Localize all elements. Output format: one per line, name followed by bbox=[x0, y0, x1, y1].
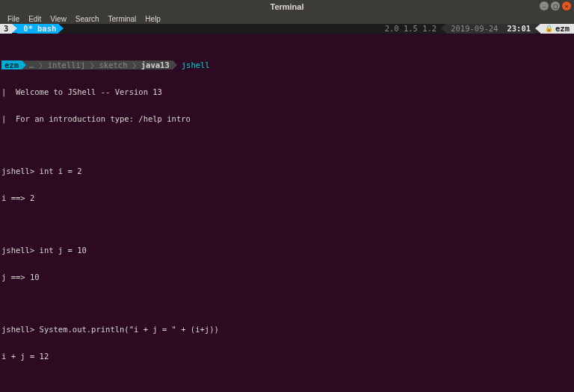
menu-help[interactable]: Help bbox=[141, 15, 165, 23]
output-line: jshell> int j = 10 bbox=[1, 246, 573, 255]
shell-prompt: ezm … ❯ intellij ❯ sketch ❯ java13 jshel… bbox=[1, 60, 573, 69]
prompt-user: ezm bbox=[1, 60, 22, 69]
maximize-button[interactable]: ◻ bbox=[551, 1, 560, 10]
tmux-window-index[interactable]: 0* bbox=[17, 24, 34, 34]
output-line: | Welcome to JShell -- Version 13 bbox=[1, 87, 573, 96]
entered-command: jshell bbox=[177, 60, 210, 69]
blank-line bbox=[1, 220, 573, 228]
window-title: Terminal bbox=[270, 2, 303, 11]
menu-search[interactable]: Search bbox=[71, 15, 104, 23]
blank-line bbox=[1, 141, 573, 149]
tmux-statusbar: 3 0* bash 2.0 1.5 1.2 2019-09-24 23:01 🔒… bbox=[0, 24, 574, 34]
tmux-loadavg: 2.0 1.5 1.2 bbox=[381, 24, 442, 34]
menubar: File Edit View Search Terminal Help bbox=[0, 13, 574, 24]
prompt-path-segment: intellij bbox=[45, 60, 89, 69]
powerline-separator-icon bbox=[441, 24, 446, 33]
output-line: jshell> int i = 2 bbox=[1, 167, 573, 175]
blank-line bbox=[1, 299, 573, 307]
chevron-right-icon: ❯ bbox=[37, 60, 44, 69]
chevron-right-icon: ❯ bbox=[88, 60, 96, 69]
powerline-separator-icon bbox=[58, 24, 64, 33]
tmux-window-name[interactable]: bash bbox=[34, 24, 58, 34]
tmux-host: 🔒ezm bbox=[540, 24, 574, 34]
window-titlebar: Terminal – ◻ × bbox=[0, 0, 574, 13]
prompt-path-segment: sketch bbox=[96, 60, 131, 69]
output-line: jshell> System.out.println("i + j = " + … bbox=[1, 325, 573, 334]
menu-edit[interactable]: Edit bbox=[24, 15, 46, 23]
output-line: i ==> 2 bbox=[1, 193, 573, 202]
output-line: j ==> 10 bbox=[1, 273, 573, 281]
close-button[interactable]: × bbox=[562, 1, 571, 10]
tmux-date: 2019-09-24 bbox=[446, 24, 502, 34]
tmux-host-label: ezm bbox=[555, 24, 570, 34]
menu-file[interactable]: File bbox=[3, 15, 24, 23]
blank-line bbox=[1, 379, 573, 386]
powerline-separator-icon bbox=[535, 24, 540, 33]
powerline-separator-icon bbox=[12, 24, 17, 33]
prompt-path-cwd: java13 bbox=[138, 60, 173, 69]
chevron-right-icon: ❯ bbox=[130, 60, 138, 69]
minimize-button[interactable]: – bbox=[540, 1, 549, 10]
tmux-spacer bbox=[64, 24, 380, 34]
tmux-time: 23:01 bbox=[502, 24, 535, 34]
window-controls: – ◻ × bbox=[540, 1, 571, 10]
tmux-session-number: 3 bbox=[0, 24, 12, 34]
menu-view[interactable]: View bbox=[46, 15, 71, 23]
output-line: | For an introduction type: /help intro bbox=[1, 114, 573, 123]
output-line: i + j = 12 bbox=[1, 352, 573, 361]
terminal-viewport[interactable]: ezm … ❯ intellij ❯ sketch ❯ java13 jshel… bbox=[0, 34, 574, 392]
prompt-ellipsis: … bbox=[26, 60, 37, 69]
menu-terminal[interactable]: Terminal bbox=[104, 15, 141, 23]
lock-icon: 🔒 bbox=[545, 24, 553, 34]
